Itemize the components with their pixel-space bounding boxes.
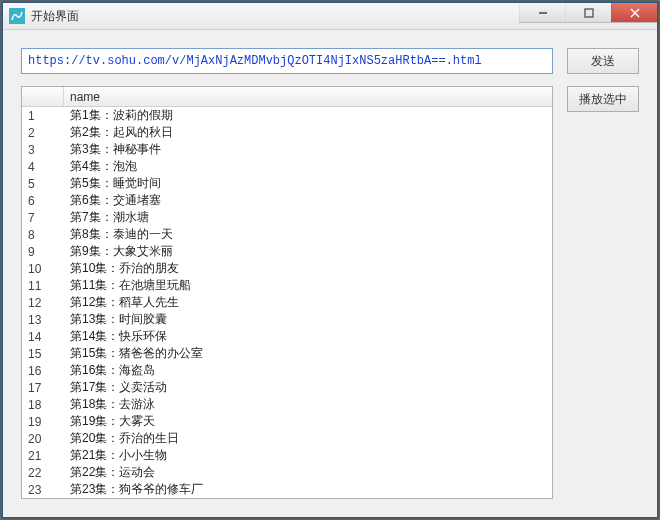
table-row[interactable]: 1第1集：波莉的假期: [22, 107, 552, 124]
row-name: 第11集：在池塘里玩船: [64, 277, 552, 294]
table-row[interactable]: 5第5集：睡觉时间: [22, 175, 552, 192]
table-row[interactable]: 19第19集：大雾天: [22, 413, 552, 430]
row-name: 第21集：小小生物: [64, 447, 552, 464]
main-row: name 1第1集：波莉的假期2第2集：起风的秋日3第3集：神秘事件4第4集：泡…: [21, 86, 639, 499]
column-index[interactable]: [22, 87, 64, 106]
row-index: 7: [22, 211, 64, 225]
row-name: 第6集：交通堵塞: [64, 192, 552, 209]
list-header: name: [22, 87, 552, 107]
row-index: 19: [22, 415, 64, 429]
table-row[interactable]: 7第7集：潮水塘: [22, 209, 552, 226]
row-index: 14: [22, 330, 64, 344]
top-row: 发送: [21, 48, 639, 74]
table-row[interactable]: 15第15集：猪爸爸的办公室: [22, 345, 552, 362]
row-name: 第23集：狗爷爷的修车厂: [64, 481, 552, 498]
table-row[interactable]: 14第14集：快乐环保: [22, 328, 552, 345]
table-row[interactable]: 6第6集：交通堵塞: [22, 192, 552, 209]
table-row[interactable]: 21第21集：小小生物: [22, 447, 552, 464]
row-name: 第4集：泡泡: [64, 158, 552, 175]
row-name: 第9集：大象艾米丽: [64, 243, 552, 260]
table-row[interactable]: 17第17集：义卖活动: [22, 379, 552, 396]
row-name: 第22集：运动会: [64, 464, 552, 481]
table-row[interactable]: 11第11集：在池塘里玩船: [22, 277, 552, 294]
client-area: 发送 name 1第1集：波莉的假期2第2集：起风的秋日3第3集：神秘事件4第4…: [3, 30, 657, 517]
table-row[interactable]: 9第9集：大象艾米丽: [22, 243, 552, 260]
app-icon: [9, 8, 25, 24]
row-index: 1: [22, 109, 64, 123]
play-selected-button[interactable]: 播放选中: [567, 86, 639, 112]
row-name: 第1集：波莉的假期: [64, 107, 552, 124]
row-index: 20: [22, 432, 64, 446]
row-index: 4: [22, 160, 64, 174]
row-index: 15: [22, 347, 64, 361]
row-name: 第2集：起风的秋日: [64, 124, 552, 141]
row-index: 16: [22, 364, 64, 378]
table-row[interactable]: 12第12集：稻草人先生: [22, 294, 552, 311]
row-index: 22: [22, 466, 64, 480]
row-name: 第20集：乔治的生日: [64, 430, 552, 447]
row-name: 第13集：时间胶囊: [64, 311, 552, 328]
row-index: 21: [22, 449, 64, 463]
right-column: 播放选中: [567, 86, 639, 499]
titlebar: 开始界面: [3, 3, 657, 30]
row-index: 2: [22, 126, 64, 140]
table-row[interactable]: 10第10集：乔治的朋友: [22, 260, 552, 277]
table-row[interactable]: 13第13集：时间胶囊: [22, 311, 552, 328]
row-name: 第3集：神秘事件: [64, 141, 552, 158]
row-name: 第10集：乔治的朋友: [64, 260, 552, 277]
row-name: 第15集：猪爸爸的办公室: [64, 345, 552, 362]
row-index: 18: [22, 398, 64, 412]
table-row[interactable]: 2第2集：起风的秋日: [22, 124, 552, 141]
table-row[interactable]: 18第18集：去游泳: [22, 396, 552, 413]
row-index: 13: [22, 313, 64, 327]
table-row[interactable]: 20第20集：乔治的生日: [22, 430, 552, 447]
table-row[interactable]: 4第4集：泡泡: [22, 158, 552, 175]
row-index: 9: [22, 245, 64, 259]
table-row[interactable]: 22第22集：运动会: [22, 464, 552, 481]
send-button[interactable]: 发送: [567, 48, 639, 74]
row-name: 第7集：潮水塘: [64, 209, 552, 226]
row-name: 第5集：睡觉时间: [64, 175, 552, 192]
row-name: 第8集：泰迪的一天: [64, 226, 552, 243]
episode-list[interactable]: name 1第1集：波莉的假期2第2集：起风的秋日3第3集：神秘事件4第4集：泡…: [21, 86, 553, 499]
minimize-button[interactable]: [519, 3, 565, 23]
window-controls: [519, 3, 657, 29]
list-body[interactable]: 1第1集：波莉的假期2第2集：起风的秋日3第3集：神秘事件4第4集：泡泡5第5集…: [22, 107, 552, 498]
app-window: 开始界面 发送 name 1第1集：波莉的假期2第2集：起风的: [2, 2, 658, 518]
svg-rect-2: [585, 9, 593, 17]
url-input[interactable]: [21, 48, 553, 74]
row-index: 23: [22, 483, 64, 497]
row-index: 8: [22, 228, 64, 242]
row-index: 11: [22, 279, 64, 293]
row-index: 5: [22, 177, 64, 191]
row-name: 第19集：大雾天: [64, 413, 552, 430]
row-index: 17: [22, 381, 64, 395]
column-name[interactable]: name: [64, 87, 552, 106]
window-title: 开始界面: [31, 8, 519, 25]
row-index: 10: [22, 262, 64, 276]
row-index: 3: [22, 143, 64, 157]
maximize-button[interactable]: [565, 3, 611, 23]
row-index: 6: [22, 194, 64, 208]
table-row[interactable]: 8第8集：泰迪的一天: [22, 226, 552, 243]
table-row[interactable]: 23第23集：狗爷爷的修车厂: [22, 481, 552, 498]
row-name: 第17集：义卖活动: [64, 379, 552, 396]
table-row[interactable]: 3第3集：神秘事件: [22, 141, 552, 158]
close-button[interactable]: [611, 3, 657, 23]
row-name: 第14集：快乐环保: [64, 328, 552, 345]
row-name: 第12集：稻草人先生: [64, 294, 552, 311]
row-index: 12: [22, 296, 64, 310]
row-name: 第18集：去游泳: [64, 396, 552, 413]
table-row[interactable]: 16第16集：海盗岛: [22, 362, 552, 379]
row-name: 第16集：海盗岛: [64, 362, 552, 379]
